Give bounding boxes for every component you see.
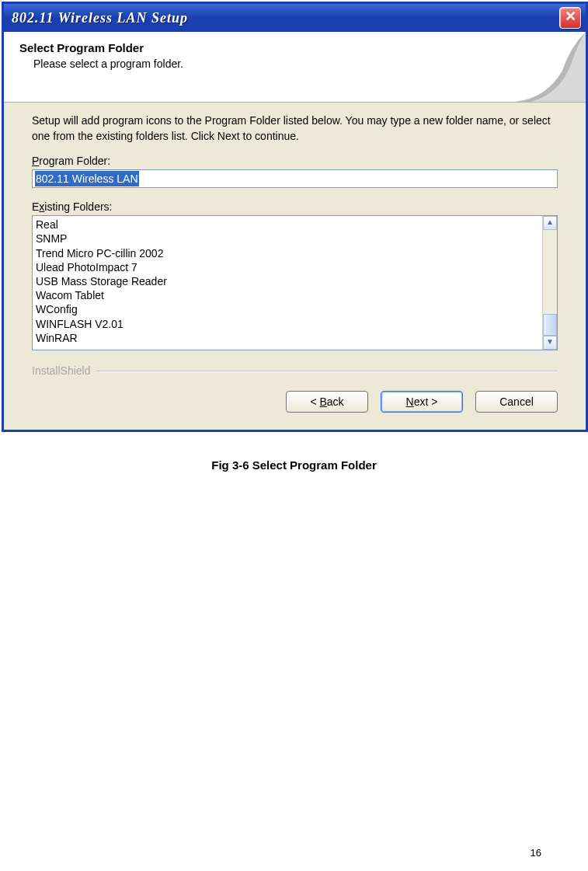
list-item[interactable]: Wacom Tablet: [36, 288, 539, 302]
scroll-thumb[interactable]: [543, 314, 557, 336]
list-item[interactable]: Ulead PhotoImpact 7: [36, 260, 539, 274]
back-button[interactable]: < Back: [286, 391, 368, 413]
scroll-down-icon[interactable]: ▼: [543, 336, 557, 350]
next-button[interactable]: Next >: [381, 391, 463, 413]
title-bar[interactable]: 802.11 Wireless LAN Setup ✕: [4, 4, 586, 32]
header-panel: Select Program Folder Please select a pr…: [4, 32, 586, 103]
cancel-button[interactable]: Cancel: [475, 391, 558, 413]
close-icon[interactable]: ✕: [559, 7, 581, 29]
list-item[interactable]: Real: [36, 218, 539, 232]
page-number: 16: [531, 847, 541, 859]
divider-line: [96, 371, 558, 371]
scroll-up-icon[interactable]: ▲: [543, 216, 557, 230]
list-item[interactable]: WConfig: [36, 302, 539, 316]
listbox-content[interactable]: Real SNMP Trend Micro PC-cillin 2002 Ule…: [33, 216, 542, 350]
page-title: Select Program Folder: [19, 41, 570, 54]
program-folder-label: Program Folder:: [32, 155, 558, 167]
page-curl-graphic: [492, 32, 586, 102]
footer-panel: InstallShield < Back Next > Cancel: [4, 358, 586, 430]
body-panel: Setup will add program icons to the Prog…: [4, 103, 586, 358]
scrollbar-vertical[interactable]: ▲ ▼: [542, 216, 557, 350]
list-item[interactable]: SNMP: [36, 232, 539, 246]
list-item[interactable]: Trend Micro PC-cillin 2002: [36, 246, 539, 260]
list-item[interactable]: WINFLASH V2.01: [36, 317, 539, 331]
program-folder-input[interactable]: 802.11 Wireless LAN: [32, 169, 558, 188]
list-item[interactable]: USB Mass Storage Reader: [36, 274, 539, 288]
existing-folders-listbox[interactable]: Real SNMP Trend Micro PC-cillin 2002 Ule…: [32, 215, 558, 350]
figure-caption: Fig 3-6 Select Program Folder: [0, 458, 588, 472]
installer-dialog: 802.11 Wireless LAN Setup ✕ Select Progr…: [2, 2, 588, 432]
existing-folders-label: Existing Folders:: [32, 200, 558, 213]
brand-label: InstallShield: [32, 364, 91, 377]
window-title: 802.11 Wireless LAN Setup: [12, 10, 188, 26]
list-item[interactable]: WinRAR: [36, 331, 539, 345]
instruction-text: Setup will add program icons to the Prog…: [32, 113, 558, 144]
page-subtitle: Please select a program folder.: [19, 54, 570, 70]
